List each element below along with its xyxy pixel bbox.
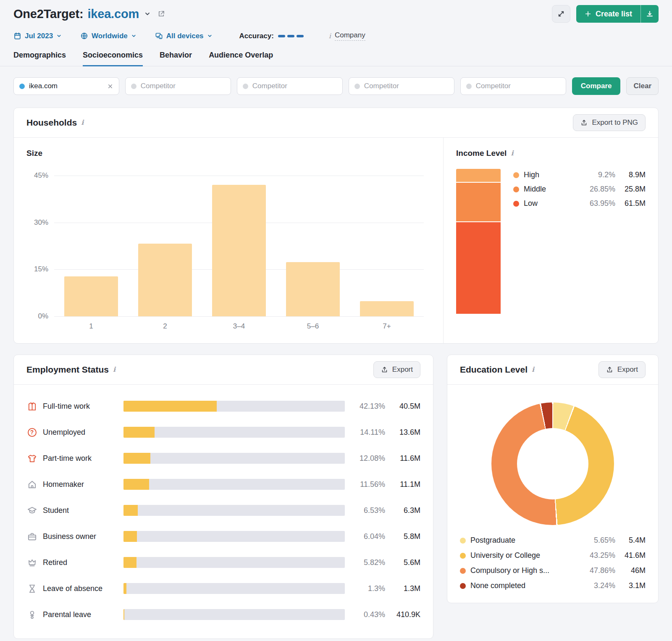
employment-bar-track — [123, 401, 345, 412]
employment-label: Student — [43, 506, 123, 515]
plus-icon — [585, 11, 591, 17]
income-legend-row: Middle26.85%25.8M — [513, 185, 646, 194]
company-info[interactable]: i Company — [329, 31, 365, 41]
employment-percent: 6.04% — [345, 532, 385, 541]
devices-icon — [155, 32, 163, 40]
legend-label: High — [524, 171, 577, 179]
employment-value: 410.9K — [385, 610, 420, 619]
y-axis-tick: 15% — [34, 265, 48, 273]
employment-percent: 14.11% — [345, 428, 385, 437]
education-legend-row: Postgraduate5.65%5.4M — [460, 536, 646, 545]
business-owner-icon — [26, 532, 37, 541]
tab-behavior[interactable]: Behavior — [160, 51, 192, 66]
domain-dot-icon — [19, 84, 25, 89]
bar-slot — [128, 176, 202, 316]
education-export-button[interactable]: Export — [598, 361, 646, 378]
info-icon[interactable]: i — [113, 366, 116, 373]
employment-label: Leave of absence — [43, 584, 123, 593]
legend-value: 46M — [615, 566, 646, 575]
education-legend-row: Compulsory or High s...47.86%46M — [460, 566, 646, 575]
bar-slot — [276, 176, 350, 316]
competitor-input[interactable]: Competitor — [125, 77, 231, 95]
employment-value: 5.6M — [385, 558, 420, 567]
education-legend-row: None completed3.24%3.1M — [460, 581, 646, 590]
tab-socioeconomics[interactable]: Socioeconomics — [83, 51, 143, 66]
employment-bar-fill — [123, 401, 217, 412]
competitor-input[interactable]: Competitor — [460, 77, 566, 95]
date-filter[interactable]: Jul 2023 — [13, 32, 62, 40]
education-level-card: Education Level i Export Postgraduate5.6… — [447, 355, 659, 603]
devices-filter[interactable]: All devices — [155, 32, 213, 40]
create-list-button[interactable]: Create list — [576, 5, 659, 23]
info-icon[interactable]: i — [81, 119, 84, 126]
close-icon[interactable] — [107, 83, 113, 89]
expand-icon — [557, 10, 565, 18]
employment-bar-fill — [123, 427, 155, 438]
employment-row: ?Unemployed14.11%13.6M — [26, 419, 420, 445]
info-icon[interactable]: i — [532, 366, 534, 373]
employment-bar-track — [123, 427, 345, 438]
legend-label: Compulsory or High s... — [470, 566, 577, 575]
bar-slot — [54, 176, 128, 316]
export-icon — [606, 366, 613, 373]
chevron-down-icon — [56, 33, 62, 39]
chevron-down-icon[interactable] — [144, 11, 151, 17]
export-to-png-button[interactable]: Export to PNG — [573, 114, 646, 131]
employment-value: 40.5M — [385, 402, 420, 411]
full-time-work-icon — [26, 402, 37, 411]
info-icon[interactable]: i — [511, 150, 513, 157]
devices-filter-label: All devices — [166, 32, 204, 40]
employment-label: Business owner — [43, 532, 123, 541]
target-domain[interactable]: ikea.com — [87, 7, 139, 21]
retired-icon — [26, 558, 37, 567]
employment-export-button[interactable]: Export — [373, 361, 420, 378]
tab-demographics[interactable]: Demographics — [13, 51, 66, 66]
size-chart-title: Size — [26, 149, 42, 158]
legend-percent: 63.95% — [577, 199, 615, 208]
bar-slot — [202, 176, 276, 316]
employment-row: Retired5.82%5.6M — [26, 549, 420, 575]
tab-audience-overlap[interactable]: Audience Overlap — [209, 51, 273, 66]
competitor-input[interactable]: Competitor — [237, 77, 343, 95]
export-to-png-label: Export to PNG — [592, 118, 638, 127]
report-tabs: DemographicsSocioeconomicsBehaviorAudien… — [0, 51, 672, 66]
compare-button[interactable]: Compare — [572, 77, 621, 95]
employment-bar-fill — [123, 505, 138, 516]
employment-value: 13.6M — [385, 428, 420, 437]
employment-percent: 5.82% — [345, 558, 385, 567]
selected-domain-chip[interactable]: ikea.com — [13, 77, 119, 95]
y-axis-tick: 45% — [34, 171, 48, 180]
accuracy-label: Accuracy: — [239, 32, 274, 40]
external-link-icon[interactable] — [158, 10, 165, 18]
x-axis-label: 2 — [128, 322, 202, 331]
households-card: Households i Export to PNG Size 45%30%15… — [13, 108, 659, 344]
legend-label: None completed — [470, 581, 577, 590]
y-axis-tick: 0% — [38, 312, 48, 320]
employment-value: 6.3M — [385, 506, 420, 515]
competitor-placeholder: Competitor — [141, 82, 176, 90]
competitor-input[interactable]: Competitor — [349, 77, 454, 95]
legend-dot-icon — [460, 538, 466, 544]
competitor-placeholder: Competitor — [476, 82, 511, 90]
employment-percent: 12.08% — [345, 454, 385, 463]
employment-bar-fill — [123, 479, 149, 490]
clear-button[interactable]: Clear — [626, 77, 659, 95]
placeholder-dot-icon — [354, 84, 360, 89]
employment-label: Retired — [43, 558, 123, 567]
employment-percent: 42.13% — [345, 402, 385, 411]
legend-value: 8.9M — [615, 171, 646, 179]
expand-button[interactable] — [552, 5, 570, 23]
question-mark-icon: ? — [28, 428, 37, 437]
legend-dot-icon — [513, 187, 519, 192]
employment-export-label: Export — [392, 365, 413, 374]
employment-bar-track — [123, 583, 345, 594]
gridline: 0% — [54, 316, 424, 317]
download-button[interactable] — [641, 5, 659, 23]
region-filter[interactable]: Worldwide — [80, 32, 136, 40]
legend-percent: 3.24% — [577, 581, 615, 590]
x-axis-label: 1 — [54, 322, 128, 331]
employment-row: Business owner6.04%5.8M — [26, 523, 420, 549]
employment-bar-fill — [123, 583, 126, 594]
employment-row: Full-time work42.13%40.5M — [26, 393, 420, 419]
leave-of-absence-icon — [26, 584, 37, 594]
